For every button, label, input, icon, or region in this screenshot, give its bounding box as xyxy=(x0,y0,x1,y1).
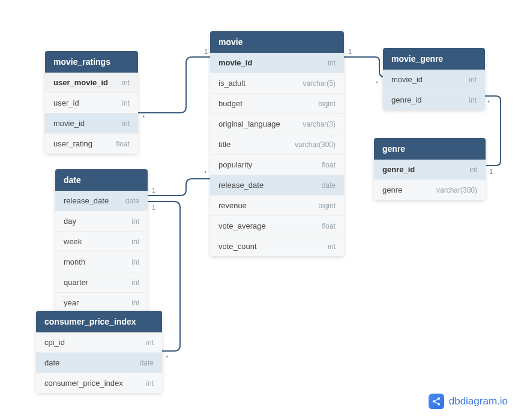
column-type: int xyxy=(131,258,139,266)
table-row[interactable]: release_datedate xyxy=(55,191,148,211)
table-row[interactable]: movie_idint xyxy=(210,53,344,73)
column-type: int xyxy=(146,379,154,388)
svg-point-10 xyxy=(438,397,440,400)
column-type: int xyxy=(146,338,154,347)
table-row[interactable]: vote_averagefloat xyxy=(210,216,344,236)
table-header: movie_ratings xyxy=(45,51,138,73)
table-row[interactable]: budgetbigint xyxy=(210,94,344,114)
table-row[interactable]: user_idint xyxy=(45,93,138,113)
column-name: release_date xyxy=(218,181,264,190)
column-name: week xyxy=(64,237,82,246)
column-name: is_adult xyxy=(218,79,245,88)
table-header: consumer_price_index xyxy=(36,311,162,332)
table-movie-genre[interactable]: movie_genre movie_idint genre_idint xyxy=(383,48,485,110)
table-header: date xyxy=(55,169,148,191)
table-row[interactable]: weekint xyxy=(55,232,148,252)
column-name: vote_average xyxy=(218,221,266,230)
column-type: int xyxy=(131,299,139,307)
table-row[interactable]: popularityfloat xyxy=(210,155,344,175)
column-name: genre_id xyxy=(382,165,415,174)
column-name: consumer_price_index xyxy=(44,379,123,388)
column-type: int xyxy=(131,217,139,226)
column-type: int xyxy=(131,238,139,246)
table-row[interactable]: genre_idint xyxy=(374,160,486,180)
table-row[interactable]: user_movie_idint xyxy=(45,73,138,93)
svg-text:*: * xyxy=(487,99,490,106)
table-row[interactable]: cpi_idint xyxy=(36,332,162,353)
column-type: bigint xyxy=(318,202,336,210)
column-name: genre_id xyxy=(391,95,422,104)
column-name: date xyxy=(44,358,59,367)
table-row[interactable]: original_languagevarchar(3) xyxy=(210,114,344,134)
column-name: user_id xyxy=(53,98,79,107)
column-type: float xyxy=(322,161,336,169)
table-consumer-price-index[interactable]: consumer_price_index cpi_idint datedate … xyxy=(36,311,162,393)
share-icon xyxy=(429,394,444,409)
column-type: int xyxy=(122,99,130,107)
column-name: day xyxy=(64,217,76,226)
column-type: int xyxy=(328,59,336,67)
table-row[interactable]: consumer_price_indexint xyxy=(36,373,162,393)
table-row[interactable]: datedate xyxy=(36,353,162,373)
column-type: int xyxy=(469,76,477,84)
table-row[interactable]: vote_countint xyxy=(210,236,344,256)
column-name: title xyxy=(218,140,230,149)
svg-text:1: 1 xyxy=(348,48,352,55)
column-type: int xyxy=(469,166,477,174)
svg-text:1: 1 xyxy=(152,187,155,194)
table-row[interactable]: movie_idint xyxy=(383,70,485,90)
svg-text:1: 1 xyxy=(489,168,493,175)
column-type: bigint xyxy=(318,100,336,108)
column-name: year xyxy=(64,298,79,307)
column-type: int xyxy=(328,242,336,251)
column-name: revenue xyxy=(218,201,247,210)
column-type: int xyxy=(469,96,477,104)
table-row[interactable]: user_ratingfloat xyxy=(45,134,138,154)
svg-text:1: 1 xyxy=(204,48,208,55)
svg-point-11 xyxy=(433,400,435,403)
table-row[interactable]: monthint xyxy=(55,252,148,272)
svg-text:1: 1 xyxy=(152,204,155,211)
watermark: dbdiagram.io xyxy=(429,394,508,409)
column-type: varchar(300) xyxy=(295,140,336,149)
table-movie-ratings[interactable]: movie_ratings user_movie_idint user_idin… xyxy=(45,51,138,154)
column-type: float xyxy=(116,140,130,148)
column-name: budget xyxy=(218,99,242,108)
column-name: user_rating xyxy=(53,139,92,148)
table-row[interactable]: movie_idint xyxy=(45,113,138,134)
column-type: varchar(300) xyxy=(436,186,477,194)
table-row[interactable]: titlevarchar(300) xyxy=(210,134,344,155)
column-type: date xyxy=(140,359,154,367)
table-row[interactable]: release_datedate xyxy=(210,175,344,196)
table-row[interactable]: quarterint xyxy=(55,272,148,293)
column-name: genre xyxy=(382,185,402,194)
table-header: genre xyxy=(374,138,486,160)
table-row[interactable]: dayint xyxy=(55,211,148,232)
column-name: user_movie_id xyxy=(53,78,108,87)
table-row[interactable]: genrevarchar(300) xyxy=(374,180,486,200)
table-date[interactable]: date release_datedate dayint weekint mon… xyxy=(55,169,148,313)
column-type: float xyxy=(322,222,336,230)
table-row[interactable]: is_adultvarchar(5) xyxy=(210,73,344,94)
column-name: original_language xyxy=(218,119,280,128)
column-type: int xyxy=(122,119,130,128)
column-name: movie_id xyxy=(218,58,252,67)
table-header: movie_genre xyxy=(383,48,485,70)
table-movie[interactable]: movie movie_idint is_adultvarchar(5) bud… xyxy=(210,31,344,256)
column-type: int xyxy=(131,278,139,287)
column-name: movie_id xyxy=(391,75,423,84)
column-name: popularity xyxy=(218,160,252,169)
table-row[interactable]: genre_idint xyxy=(383,90,485,110)
column-name: release_date xyxy=(64,196,109,205)
watermark-text: dbdiagram.io xyxy=(449,395,508,407)
column-type: varchar(5) xyxy=(303,79,336,88)
column-name: movie_id xyxy=(53,119,85,128)
column-type: date xyxy=(322,181,336,190)
table-row[interactable]: yearint xyxy=(55,293,148,313)
table-genre[interactable]: genre genre_idint genrevarchar(300) xyxy=(374,138,486,200)
table-row[interactable]: revenuebigint xyxy=(210,196,344,216)
column-type: varchar(3) xyxy=(303,120,336,128)
column-type: int xyxy=(122,79,130,87)
column-name: quarter xyxy=(64,278,88,287)
diagram-canvas[interactable]: * 1 1 * * 1 1 * * 1 movie_ratings user_m… xyxy=(0,0,521,420)
